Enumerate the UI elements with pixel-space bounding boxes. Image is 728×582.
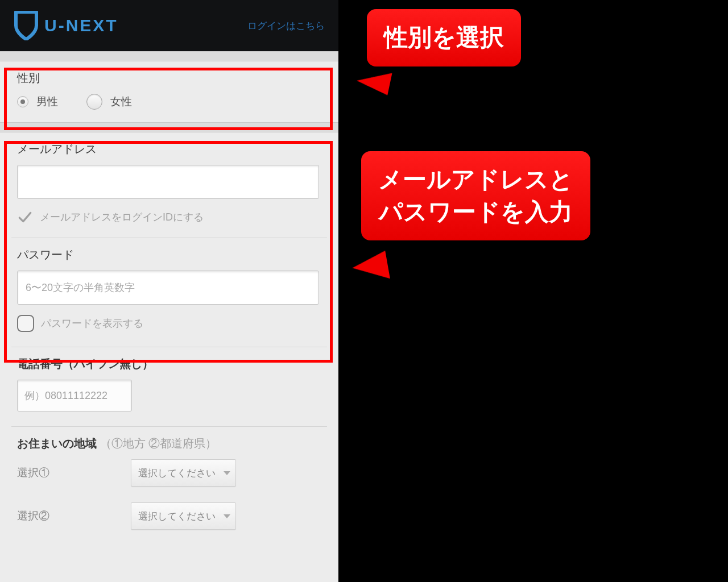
callout-tail <box>350 251 390 285</box>
divider <box>0 122 338 132</box>
use-email-as-id-label: メールアドレスをログインIDにする <box>40 210 204 224</box>
brand-logo[interactable]: U-NEXT <box>14 11 118 40</box>
region-label-hint: （①地方 ②都道府県） <box>100 437 217 450</box>
radio-icon <box>86 94 102 110</box>
show-password-toggle[interactable]: パスワードを表示する <box>17 315 319 332</box>
gender-section: 性別 男性 女性 <box>8 61 330 122</box>
radio-icon <box>17 96 28 107</box>
phone-input[interactable] <box>17 380 132 411</box>
region-select2-label: 選択② <box>17 509 131 523</box>
gender-male-label: 男性 <box>36 94 58 109</box>
gender-female-label: 女性 <box>110 94 132 109</box>
region-label: お住まいの地域 （①地方 ②都道府県） <box>17 436 319 451</box>
show-password-label: パスワードを表示する <box>41 317 143 330</box>
divider <box>0 51 338 61</box>
chevron-down-icon <box>224 470 230 476</box>
callout-text-line1: メールアドレスと <box>378 166 573 193</box>
email-input[interactable] <box>17 165 319 199</box>
gender-female-option[interactable]: 女性 <box>86 94 132 110</box>
region-select1-label: 選択① <box>17 465 131 480</box>
app-header: U-NEXT ログインはこちら <box>0 0 338 51</box>
callout-text: 性別を選択 <box>384 24 504 51</box>
gender-male-option[interactable]: 男性 <box>17 94 58 109</box>
gender-label: 性別 <box>17 70 319 86</box>
password-label: パスワード <box>17 247 319 263</box>
email-label: メールアドレス <box>17 142 319 157</box>
phone-section: 電話番号（ハイフン無し） <box>8 347 330 424</box>
email-section: メールアドレス メールアドレスをログインIDにする <box>8 132 330 238</box>
phone-label: 電話番号（ハイフン無し） <box>17 356 319 372</box>
callout-tail <box>355 66 392 95</box>
shield-icon <box>14 11 39 40</box>
login-link[interactable]: ログインはこちら <box>247 19 325 32</box>
use-email-as-id-toggle[interactable]: メールアドレスをログインIDにする <box>17 209 319 225</box>
callout-gender: 性別を選択 <box>367 9 521 66</box>
chevron-down-icon <box>224 513 230 519</box>
select-value: 選択してください <box>138 467 216 480</box>
region-section: お住まいの地域 （①地方 ②都道府県） 選択① 選択してください 選択② 選択し… <box>8 427 330 542</box>
checkbox-icon <box>17 315 34 332</box>
callout-email-password: メールアドレスと パスワードを入力 <box>361 151 590 240</box>
region-select1[interactable]: 選択してください <box>131 459 236 487</box>
checkmark-icon <box>17 209 33 225</box>
region-label-main: お住まいの地域 <box>17 437 97 450</box>
select-value: 選択してください <box>138 510 216 523</box>
brand-text: U-NEXT <box>44 16 118 35</box>
password-section: パスワード パスワードを表示する <box>8 238 330 344</box>
region-select2[interactable]: 選択してください <box>131 502 236 530</box>
registration-form-panel: U-NEXT ログインはこちら 性別 男性 女性 <box>0 0 338 582</box>
callout-text-line2: パスワードを入力 <box>379 198 573 225</box>
password-input[interactable] <box>17 271 319 305</box>
